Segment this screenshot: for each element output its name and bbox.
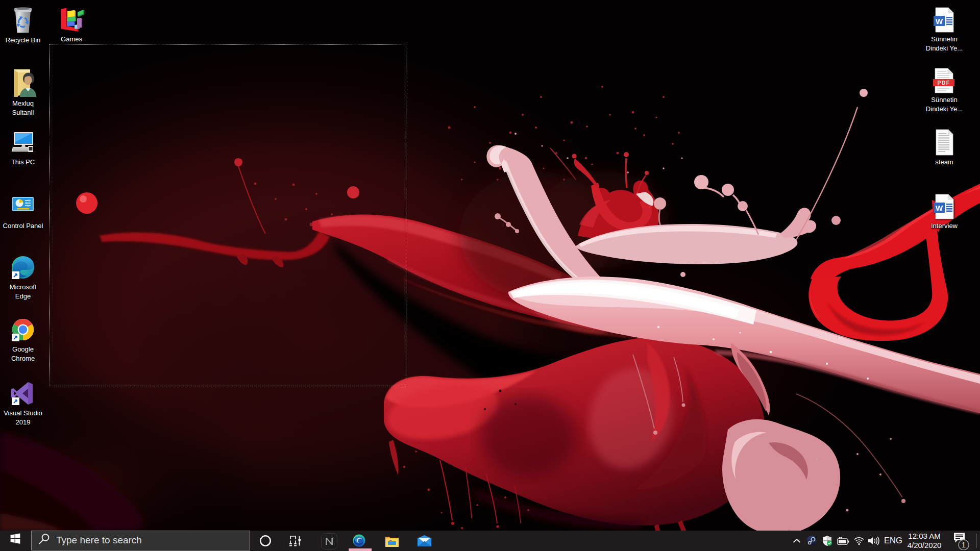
svg-text:W: W (936, 17, 943, 26)
svg-text:W: W (936, 204, 943, 212)
svg-text:1: 1 (962, 541, 966, 549)
svg-text:PDF: PDF (937, 80, 950, 86)
